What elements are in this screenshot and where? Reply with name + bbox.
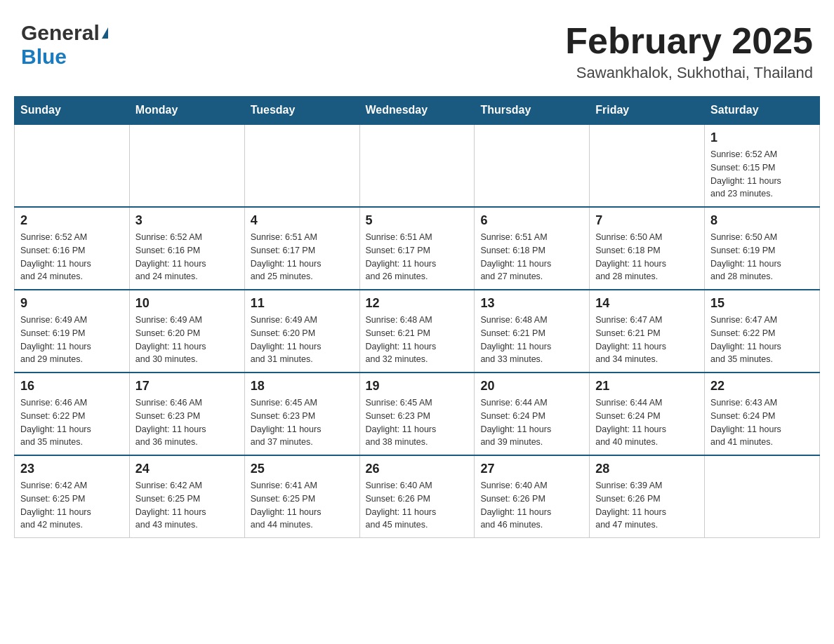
day-info: Sunrise: 6:41 AMSunset: 6:25 PMDaylight:… [251,479,354,532]
day-info: Sunrise: 6:49 AMSunset: 6:19 PMDaylight:… [20,314,124,366]
calendar-cell: 18Sunrise: 6:45 AMSunset: 6:23 PMDayligh… [244,373,359,455]
day-info: Sunrise: 6:48 AMSunset: 6:21 PMDaylight:… [366,314,469,366]
day-number: 3 [135,213,239,228]
day-info: Sunrise: 6:46 AMSunset: 6:22 PMDaylight:… [20,396,124,449]
weekday-header-row: SundayMondayTuesdayWednesdayThursdayFrid… [15,97,820,125]
day-info: Sunrise: 6:52 AMSunset: 6:15 PMDaylight:… [710,148,814,201]
day-number: 5 [366,213,469,228]
calendar-cell: 17Sunrise: 6:46 AMSunset: 6:23 PMDayligh… [129,373,244,455]
logo-blue: Blue [21,45,67,68]
calendar-cell: 16Sunrise: 6:46 AMSunset: 6:22 PMDayligh… [15,373,130,455]
calendar-cell: 9Sunrise: 6:49 AMSunset: 6:19 PMDaylight… [15,290,130,373]
calendar-cell: 6Sunrise: 6:51 AMSunset: 6:18 PMDaylight… [475,207,590,290]
calendar-cell: 15Sunrise: 6:47 AMSunset: 6:22 PMDayligh… [705,290,820,373]
logo-general: General [21,21,100,45]
logo-triangle-icon [102,27,108,39]
day-info: Sunrise: 6:51 AMSunset: 6:17 PMDaylight:… [366,231,469,283]
weekday-header-thursday: Thursday [475,97,590,125]
calendar-cell: 27Sunrise: 6:40 AMSunset: 6:26 PMDayligh… [475,455,590,538]
calendar-cell [705,455,820,538]
day-info: Sunrise: 6:52 AMSunset: 6:16 PMDaylight:… [135,231,239,283]
day-number: 23 [20,462,124,476]
day-number: 26 [366,462,469,476]
day-number: 6 [480,213,583,228]
day-info: Sunrise: 6:40 AMSunset: 6:26 PMDaylight:… [366,479,469,532]
calendar-cell: 5Sunrise: 6:51 AMSunset: 6:17 PMDaylight… [359,207,475,290]
week-row-3: 9Sunrise: 6:49 AMSunset: 6:19 PMDaylight… [15,290,820,373]
calendar-cell: 26Sunrise: 6:40 AMSunset: 6:26 PMDayligh… [359,455,475,538]
day-info: Sunrise: 6:51 AMSunset: 6:17 PMDaylight:… [251,231,354,283]
day-info: Sunrise: 6:47 AMSunset: 6:22 PMDaylight:… [710,314,814,366]
day-info: Sunrise: 6:46 AMSunset: 6:23 PMDaylight:… [135,396,239,449]
day-number: 28 [595,462,699,476]
calendar-cell: 13Sunrise: 6:48 AMSunset: 6:21 PMDayligh… [475,290,590,373]
day-number: 12 [366,296,469,311]
subtitle: Sawankhalok, Sukhothai, Thailand [565,64,813,82]
day-number: 1 [710,130,814,145]
weekday-header-sunday: Sunday [15,97,130,125]
day-info: Sunrise: 6:42 AMSunset: 6:25 PMDaylight:… [20,479,124,532]
day-number: 22 [710,379,814,394]
day-info: Sunrise: 6:48 AMSunset: 6:21 PMDaylight:… [480,314,583,366]
day-number: 7 [595,213,699,228]
logo: General Blue [21,21,108,69]
day-number: 17 [135,379,239,394]
weekday-header-saturday: Saturday [705,97,820,125]
day-number: 24 [135,462,239,476]
day-number: 13 [480,296,583,311]
day-info: Sunrise: 6:50 AMSunset: 6:19 PMDaylight:… [710,231,814,283]
calendar-table: SundayMondayTuesdayWednesdayThursdayFrid… [14,96,820,538]
day-info: Sunrise: 6:45 AMSunset: 6:23 PMDaylight:… [366,396,469,449]
week-row-4: 16Sunrise: 6:46 AMSunset: 6:22 PMDayligh… [15,373,820,455]
calendar-cell: 1Sunrise: 6:52 AMSunset: 6:15 PMDaylight… [705,124,820,207]
calendar-cell: 4Sunrise: 6:51 AMSunset: 6:17 PMDaylight… [244,207,359,290]
day-info: Sunrise: 6:50 AMSunset: 6:18 PMDaylight:… [595,231,699,283]
day-number: 14 [595,296,699,311]
calendar-cell: 19Sunrise: 6:45 AMSunset: 6:23 PMDayligh… [359,373,475,455]
calendar-cell: 20Sunrise: 6:44 AMSunset: 6:24 PMDayligh… [475,373,590,455]
week-row-5: 23Sunrise: 6:42 AMSunset: 6:25 PMDayligh… [15,455,820,538]
calendar-cell: 21Sunrise: 6:44 AMSunset: 6:24 PMDayligh… [590,373,705,455]
day-info: Sunrise: 6:40 AMSunset: 6:26 PMDaylight:… [480,479,583,532]
day-info: Sunrise: 6:51 AMSunset: 6:18 PMDaylight:… [480,231,583,283]
day-number: 16 [20,379,124,394]
calendar-cell: 7Sunrise: 6:50 AMSunset: 6:18 PMDaylight… [590,207,705,290]
weekday-header-tuesday: Tuesday [244,97,359,125]
calendar-cell: 23Sunrise: 6:42 AMSunset: 6:25 PMDayligh… [15,455,130,538]
day-number: 20 [480,379,583,394]
calendar-cell [359,124,475,207]
calendar-cell: 8Sunrise: 6:50 AMSunset: 6:19 PMDaylight… [705,207,820,290]
day-number: 21 [595,379,699,394]
calendar-cell [15,124,130,207]
calendar-cell: 22Sunrise: 6:43 AMSunset: 6:24 PMDayligh… [705,373,820,455]
day-info: Sunrise: 6:52 AMSunset: 6:16 PMDaylight:… [20,231,124,283]
calendar-cell: 11Sunrise: 6:49 AMSunset: 6:20 PMDayligh… [244,290,359,373]
title-block: February 2025 Sawankhalok, Sukhothai, Th… [565,21,813,82]
day-info: Sunrise: 6:49 AMSunset: 6:20 PMDaylight:… [251,314,354,366]
page-header: General Blue February 2025 Sawankhalok, … [14,14,820,89]
day-number: 4 [251,213,354,228]
calendar-cell: 14Sunrise: 6:47 AMSunset: 6:21 PMDayligh… [590,290,705,373]
day-number: 8 [710,213,814,228]
weekday-header-friday: Friday [590,97,705,125]
week-row-2: 2Sunrise: 6:52 AMSunset: 6:16 PMDaylight… [15,207,820,290]
calendar-cell: 2Sunrise: 6:52 AMSunset: 6:16 PMDaylight… [15,207,130,290]
calendar-cell: 28Sunrise: 6:39 AMSunset: 6:26 PMDayligh… [590,455,705,538]
day-number: 11 [251,296,354,311]
calendar-cell: 12Sunrise: 6:48 AMSunset: 6:21 PMDayligh… [359,290,475,373]
day-info: Sunrise: 6:44 AMSunset: 6:24 PMDaylight:… [480,396,583,449]
day-info: Sunrise: 6:47 AMSunset: 6:21 PMDaylight:… [595,314,699,366]
calendar-cell: 10Sunrise: 6:49 AMSunset: 6:20 PMDayligh… [129,290,244,373]
day-number: 27 [480,462,583,476]
day-info: Sunrise: 6:49 AMSunset: 6:20 PMDaylight:… [135,314,239,366]
calendar-cell: 24Sunrise: 6:42 AMSunset: 6:25 PMDayligh… [129,455,244,538]
calendar-cell: 25Sunrise: 6:41 AMSunset: 6:25 PMDayligh… [244,455,359,538]
day-info: Sunrise: 6:45 AMSunset: 6:23 PMDaylight:… [251,396,354,449]
day-info: Sunrise: 6:44 AMSunset: 6:24 PMDaylight:… [595,396,699,449]
calendar-cell [475,124,590,207]
day-info: Sunrise: 6:39 AMSunset: 6:26 PMDaylight:… [595,479,699,532]
calendar-cell [129,124,244,207]
day-number: 2 [20,213,124,228]
calendar-cell [244,124,359,207]
day-info: Sunrise: 6:43 AMSunset: 6:24 PMDaylight:… [710,396,814,449]
